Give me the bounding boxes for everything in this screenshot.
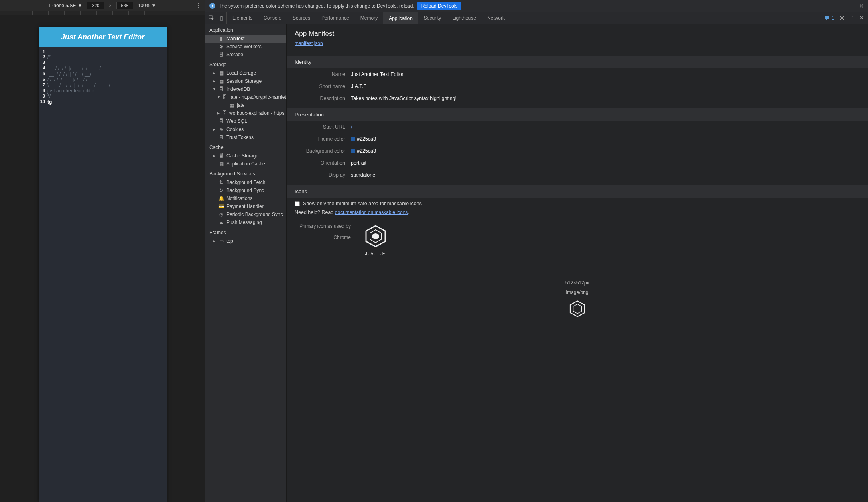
sidebar-item-storage[interactable]: 🗄 Storage — [205, 51, 286, 59]
sidebar-item[interactable]: ▶▭top — [205, 237, 286, 245]
reload-devtools-button[interactable]: Reload DevTools — [417, 2, 462, 10]
sidebar-item[interactable]: 🗄Web SQL — [205, 117, 286, 125]
sidebar-item[interactable]: ☁Push Messaging — [205, 218, 286, 227]
maskable-label: Show only the minimum safe area for mask… — [303, 201, 422, 206]
icons-header: Icons — [287, 185, 868, 198]
display-key: Display — [295, 172, 351, 178]
sidebar-item-label: workbox-expiration - https: — [229, 110, 286, 116]
icon-mime: image/png — [287, 290, 868, 295]
grid-icon: ▦ — [218, 161, 224, 167]
ruler — [0, 11, 205, 15]
sidebar-item[interactable]: 💳Payment Handler — [205, 202, 286, 210]
sidebar-item[interactable]: ▶▦Local Storage — [205, 69, 286, 77]
db-icon: 🗄 — [218, 118, 224, 124]
maskable-checkbox[interactable] — [295, 201, 300, 206]
sidebar-item[interactable]: ▶⊕Cookies — [205, 125, 286, 133]
sidebar-item[interactable]: ▼🗄IndexedDB — [205, 85, 286, 93]
code-editor[interactable]: 12/*3 ____ ___ ______ ______4 / / / / |/… — [39, 47, 167, 107]
settings-icon[interactable] — [839, 15, 845, 21]
db-icon: 🗄 — [218, 86, 224, 92]
editor-line: 2/* — [39, 54, 167, 60]
sidebar-item[interactable]: 🔔Notifications — [205, 194, 286, 202]
tab-network[interactable]: Network — [482, 12, 510, 24]
sidebar-item[interactable]: ▶🗄Cache Storage — [205, 152, 286, 160]
device-height-input[interactable] — [116, 2, 133, 9]
name-key: Name — [295, 71, 351, 77]
sidebar-item-label: Background Fetch — [226, 180, 265, 185]
grid-icon: ▦ — [218, 78, 224, 84]
page-title: App Manifest — [295, 30, 860, 38]
infobar-close-icon[interactable]: ✕ — [859, 3, 864, 9]
icon-dimensions: 512×512px — [287, 280, 868, 286]
description-key: Description — [295, 96, 351, 101]
shortname-value: J.A.T.E — [351, 84, 367, 89]
tab-memory[interactable]: Memory — [355, 12, 383, 24]
sidebar-item-label: Background Sync — [226, 188, 264, 193]
tab-security[interactable]: Security — [418, 12, 447, 24]
sidebar-item-label: Cookies — [226, 127, 244, 132]
sidebar-item[interactable]: ▶🗄workbox-expiration - https: — [205, 109, 286, 117]
jate-logo-text: J.A.T.E — [363, 251, 388, 256]
sidebar-item-label: Web SQL — [226, 118, 247, 124]
zoom-selector[interactable]: 100%▼ — [138, 3, 157, 8]
more-icon[interactable]: ⋮ — [850, 15, 855, 21]
db-icon: 🗄 — [222, 110, 227, 116]
tab-console[interactable]: Console — [258, 12, 287, 24]
name-value: Just Another Text Editor — [351, 71, 404, 77]
bell-icon: 🔔 — [218, 196, 224, 201]
device-selector[interactable]: iPhone 5/SE▼ — [49, 3, 83, 8]
tab-elements[interactable]: Elements — [227, 12, 258, 24]
editor-line: 3 ____ ___ ______ ______ — [39, 60, 167, 65]
sidebar-item[interactable]: ▶▦Session Storage — [205, 77, 286, 85]
dimension-separator: × — [109, 3, 111, 8]
starturl-value[interactable]: / — [351, 124, 352, 130]
sidebar-item[interactable]: ▦Application Cache — [205, 160, 286, 168]
description-value: Takes notes with JavaScript syntax highl… — [351, 96, 457, 101]
sidebar-item-label: Cache Storage — [226, 153, 258, 159]
sidebar-item[interactable]: ◷Periodic Background Sync — [205, 210, 286, 218]
sidebar-item[interactable]: ↻Background Sync — [205, 186, 286, 194]
info-icon: i — [209, 3, 215, 9]
app-frame[interactable]: Just Another Text Editor 12/*3 ____ ___ … — [39, 27, 167, 502]
sidebar-item-label: top — [226, 238, 233, 244]
manifest-link[interactable]: manifest.json — [295, 41, 323, 46]
svg-rect-2 — [220, 17, 223, 20]
sidebar-item-manifest[interactable]: ▮ Manifest — [205, 35, 286, 43]
tab-performance[interactable]: Performance — [316, 12, 355, 24]
sidebar-item[interactable]: ▦jate — [205, 101, 286, 109]
orientation-key: Orientation — [295, 160, 351, 166]
icon-preview: J.A.T.E — [363, 223, 388, 256]
device-menu-icon[interactable]: ⋮ — [195, 2, 201, 9]
issues-badge[interactable]: 1 — [824, 15, 834, 21]
devtools-close-icon[interactable]: ✕ — [860, 15, 864, 21]
bgcolor-value: #225ca3 — [351, 148, 376, 154]
sidebar-item-service-workers[interactable]: ⚙ Service Workers — [205, 43, 286, 51]
jate-logo-icon — [363, 223, 388, 249]
editor-line: 10tg — [39, 99, 167, 105]
editor-line: 8just another text editor — [39, 88, 167, 94]
sidebar-section-bgservices: Background Services — [205, 168, 286, 178]
sidebar-item-label: Notifications — [226, 196, 252, 201]
database-icon: 🗄 — [218, 52, 224, 57]
tab-application[interactable]: Application — [383, 12, 418, 24]
info-text: The system-preferred color scheme has ch… — [219, 3, 414, 9]
app-header: Just Another Text Editor — [39, 27, 167, 47]
maskable-docs-link[interactable]: documentation on maskable icons — [335, 210, 408, 215]
manifest-content: App Manifest manifest.json Identity Name… — [287, 24, 868, 502]
orientation-value: portrait — [351, 160, 366, 166]
device-width-input[interactable] — [87, 2, 104, 9]
cookie-icon: ⊕ — [218, 127, 224, 132]
devtools-pane: i The system-preferred color scheme has … — [205, 0, 868, 502]
sidebar-item[interactable]: 🗄Trust Tokens — [205, 133, 286, 141]
info-bar: i The system-preferred color scheme has … — [205, 0, 868, 12]
clock-icon: ◷ — [218, 212, 224, 217]
sidebar-item[interactable]: ⇅Background Fetch — [205, 178, 286, 186]
file-icon: ▮ — [218, 36, 224, 41]
editor-line: 7\____/__/_/ |_/_/____/_____/ — [39, 82, 167, 88]
tab-sources[interactable]: Sources — [287, 12, 316, 24]
device-toggle-icon[interactable] — [218, 15, 223, 21]
sidebar-item[interactable]: ▼🗄jate - https://cryptic-hamlet — [205, 93, 286, 101]
tab-lighthouse[interactable]: Lighthouse — [447, 12, 482, 24]
editor-line: 9*/ — [39, 94, 167, 99]
inspect-icon[interactable] — [209, 15, 214, 21]
